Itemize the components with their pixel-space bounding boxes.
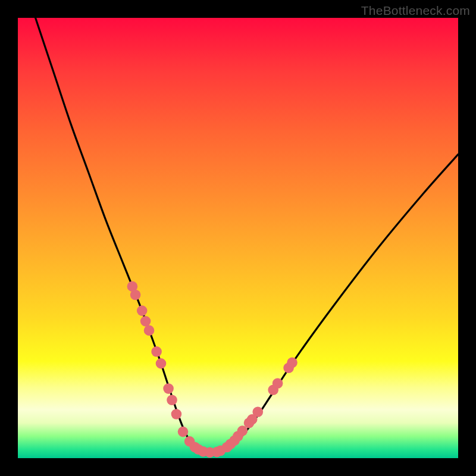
marker-layer: [127, 281, 298, 458]
curve-layer: [36, 18, 458, 455]
data-point: [144, 325, 155, 336]
chart-svg: [18, 18, 458, 458]
chart-frame: TheBottleneck.com: [0, 0, 476, 476]
data-point: [287, 358, 298, 368]
watermark-text: TheBottleneck.com: [361, 4, 470, 18]
data-point: [171, 409, 182, 419]
data-point: [178, 427, 189, 437]
data-point: [151, 346, 162, 357]
chart-plot-area: [18, 18, 458, 458]
data-point: [130, 290, 141, 300]
data-point: [140, 316, 151, 327]
data-point: [253, 407, 264, 418]
data-point: [137, 305, 148, 316]
data-point: [163, 383, 174, 394]
data-point: [273, 378, 283, 389]
data-point: [167, 395, 177, 406]
bottleneck-curve: [36, 18, 458, 455]
data-point: [156, 358, 167, 369]
